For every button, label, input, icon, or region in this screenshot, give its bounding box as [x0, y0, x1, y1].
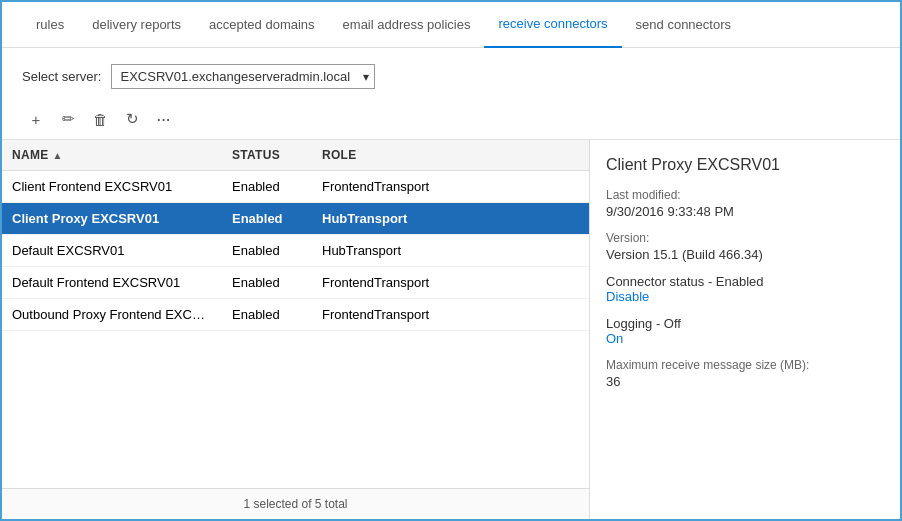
table-body: Client Frontend EXCSRV01EnabledFrontendT… — [2, 171, 589, 488]
refresh-icon: ↻ — [126, 110, 139, 128]
cell-role: HubTransport — [312, 235, 589, 266]
detail-max-size-label: Maximum receive message size (MB): — [606, 358, 884, 372]
left-pane: NAME ▲ STATUS ROLE Client Frontend EXCSR… — [2, 140, 590, 519]
cell-status: Enabled — [222, 203, 312, 234]
detail-logging-label: Logging - Off — [606, 316, 884, 331]
split-pane: NAME ▲ STATUS ROLE Client Frontend EXCSR… — [2, 140, 900, 519]
cell-status: Enabled — [222, 299, 312, 330]
detail-version: Version: Version 15.1 (Build 466.34) — [606, 231, 884, 262]
cell-name: Default Frontend EXCSRV01 — [2, 267, 222, 298]
detail-version-value: Version 15.1 (Build 466.34) — [606, 247, 884, 262]
cell-name: Client Proxy EXCSRV01 — [2, 203, 222, 234]
nav-tabs: rulesdelivery reportsaccepted domainsema… — [2, 2, 900, 48]
server-select-dropdown[interactable]: EXCSRV01.exchangeserveradmin.local — [111, 64, 375, 89]
detail-last-modified: Last modified: 9/30/2016 9:33:48 PM — [606, 188, 884, 219]
main-content: Select server: EXCSRV01.exchangeserverad… — [2, 48, 900, 519]
cell-role: FrontendTransport — [312, 171, 589, 202]
cell-name: Client Frontend EXCSRV01 — [2, 171, 222, 202]
table-row[interactable]: Client Frontend EXCSRV01EnabledFrontendT… — [2, 171, 589, 203]
tab-email-address-policies[interactable]: email address policies — [329, 2, 485, 48]
table-row[interactable]: Client Proxy EXCSRV01EnabledHubTransport — [2, 203, 589, 235]
detail-last-modified-value: 9/30/2016 9:33:48 PM — [606, 204, 884, 219]
th-status: STATUS — [222, 140, 312, 170]
detail-max-size: Maximum receive message size (MB): 36 — [606, 358, 884, 389]
add-button[interactable]: + — [22, 105, 50, 133]
more-button[interactable]: ··· — [150, 105, 178, 133]
toolbar: + ✏ 🗑 ↻ ··· — [2, 99, 900, 140]
cell-role: FrontendTransport — [312, 267, 589, 298]
detail-last-modified-label: Last modified: — [606, 188, 884, 202]
delete-icon: 🗑 — [93, 111, 108, 128]
cell-role: FrontendTransport — [312, 299, 589, 330]
detail-title: Client Proxy EXCSRV01 — [606, 156, 884, 174]
table-row[interactable]: Default Frontend EXCSRV01EnabledFrontend… — [2, 267, 589, 299]
detail-logging: Logging - Off On — [606, 316, 884, 346]
th-name: NAME ▲ — [2, 140, 222, 170]
server-select-wrapper[interactable]: EXCSRV01.exchangeserveradmin.local — [111, 64, 375, 89]
tab-receive-connectors[interactable]: receive connectors — [484, 2, 621, 48]
table-row[interactable]: Default EXCSRV01EnabledHubTransport — [2, 235, 589, 267]
tab-delivery-reports[interactable]: delivery reports — [78, 2, 195, 48]
disable-link[interactable]: Disable — [606, 289, 649, 304]
right-pane: Client Proxy EXCSRV01 Last modified: 9/3… — [590, 140, 900, 519]
cell-status: Enabled — [222, 235, 312, 266]
refresh-button[interactable]: ↻ — [118, 105, 146, 133]
detail-scroll[interactable]: Client Proxy EXCSRV01 Last modified: 9/3… — [590, 140, 900, 519]
th-role: ROLE — [312, 140, 589, 170]
sort-icon-name: ▲ — [53, 150, 63, 161]
server-select-row: Select server: EXCSRV01.exchangeserverad… — [2, 48, 900, 99]
logging-on-link[interactable]: On — [606, 331, 623, 346]
detail-version-label: Version: — [606, 231, 884, 245]
cell-status: Enabled — [222, 171, 312, 202]
cell-name: Default EXCSRV01 — [2, 235, 222, 266]
cell-role: HubTransport — [312, 203, 589, 234]
detail-max-size-value: 36 — [606, 374, 884, 389]
detail-connector-status-label: Connector status - Enabled — [606, 274, 884, 289]
cell-name: Outbound Proxy Frontend EXCSRV01 — [2, 299, 222, 330]
tab-rules[interactable]: rules — [22, 2, 78, 48]
edit-icon: ✏ — [62, 110, 75, 128]
table-row[interactable]: Outbound Proxy Frontend EXCSRV01EnabledF… — [2, 299, 589, 331]
cell-status: Enabled — [222, 267, 312, 298]
detail-connector-status: Connector status - Enabled Disable — [606, 274, 884, 304]
edit-button[interactable]: ✏ — [54, 105, 82, 133]
tab-accepted-domains[interactable]: accepted domains — [195, 2, 329, 48]
server-select-label: Select server: — [22, 69, 101, 84]
table-header: NAME ▲ STATUS ROLE — [2, 140, 589, 171]
tab-send-connectors[interactable]: send connectors — [622, 2, 745, 48]
status-bar: 1 selected of 5 total — [2, 488, 589, 519]
delete-button[interactable]: 🗑 — [86, 105, 114, 133]
